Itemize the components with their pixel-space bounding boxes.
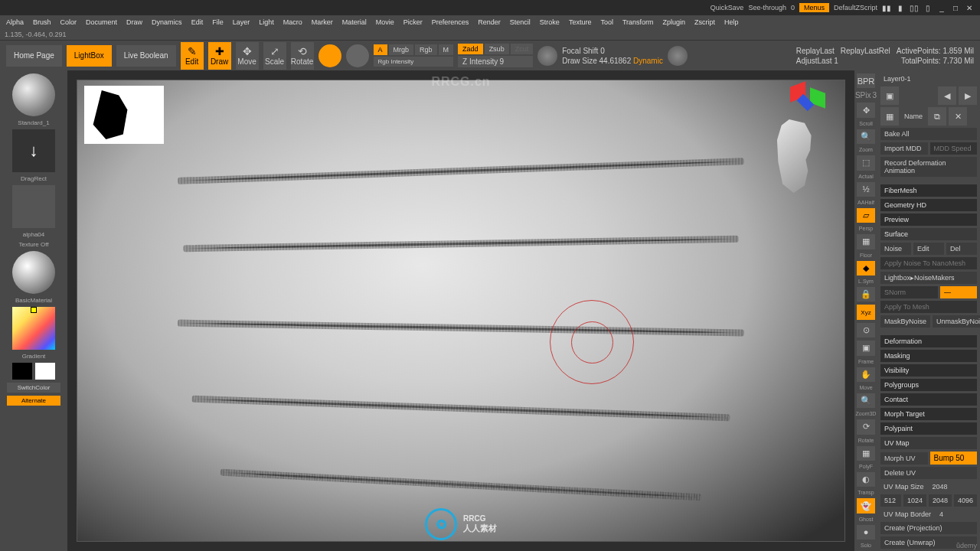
bpr-button[interactable]: BPR: [857, 73, 875, 88]
polypaint-header[interactable]: Polypaint: [880, 422, 977, 435]
menu-stroke[interactable]: Stroke: [537, 17, 563, 28]
uv-size-512[interactable]: 512: [880, 494, 901, 507]
scroll-button[interactable]: ✥: [857, 103, 875, 117]
uv-size-2048[interactable]: 2048: [929, 494, 952, 507]
deformation-header[interactable]: Deformation: [880, 335, 977, 347]
solo-button[interactable]: ●: [857, 525, 875, 540]
secondary-color-swatch[interactable]: [35, 363, 55, 380]
xyz-button[interactable]: Xyz: [857, 305, 875, 319]
lazy-mouse-icon[interactable]: [537, 46, 557, 66]
center-button[interactable]: ⊙: [857, 323, 875, 337]
noise-button[interactable]: Noise: [880, 243, 911, 255]
dynamic-brush-icon[interactable]: [668, 46, 688, 66]
texture-selector[interactable]: [12, 251, 55, 294]
zcut-button[interactable]: Zcut: [511, 44, 534, 54]
color-picker[interactable]: [12, 307, 55, 350]
gizmo-button[interactable]: [318, 44, 341, 67]
zoom3d-button[interactable]: 🔍: [857, 393, 875, 408]
lsym-button[interactable]: ◆: [857, 261, 875, 276]
reference-thumbnail[interactable]: [84, 86, 164, 144]
layer-icon1[interactable]: ▣: [880, 86, 899, 105]
menu-zscript[interactable]: Zscript: [691, 17, 718, 28]
record-deformation-button[interactable]: Record Deformation Animation: [880, 157, 977, 177]
menu-dynamics[interactable]: Dynamics: [149, 17, 185, 28]
uv-size-1024[interactable]: 1024: [903, 494, 926, 507]
layout3-icon[interactable]: ▯▯: [910, 3, 919, 12]
layer-icon3[interactable]: ▶: [959, 86, 977, 105]
live-boolean-button[interactable]: Live Boolean: [116, 45, 176, 67]
surface-header[interactable]: Surface: [880, 228, 977, 240]
masking-header[interactable]: Masking: [880, 350, 977, 362]
rgb-intensity-slider[interactable]: Rgb Intensity: [374, 57, 454, 67]
menu-help[interactable]: Help: [721, 17, 742, 28]
m-button[interactable]: M: [439, 44, 454, 55]
aahalf-button[interactable]: ½: [857, 182, 875, 197]
replay-last-button[interactable]: ReplayLast: [796, 47, 835, 55]
close-icon[interactable]: ✕: [965, 3, 974, 12]
layout4-icon[interactable]: ▯: [923, 3, 933, 12]
menu-movie[interactable]: Movie: [373, 17, 397, 28]
menu-picker[interactable]: Picker: [400, 17, 426, 28]
menus-button[interactable]: Menus: [799, 3, 829, 12]
alternate-button[interactable]: Alternate: [7, 396, 60, 406]
menu-transform[interactable]: Transform: [619, 17, 657, 28]
zadd-button[interactable]: Zadd: [458, 44, 483, 54]
replay-last-rel-button[interactable]: ReplayLastRel: [841, 47, 890, 55]
unmask-by-noise-button[interactable]: UnmaskByNoi: [933, 315, 980, 328]
polyf-button[interactable]: ▦: [857, 446, 875, 461]
actual-button[interactable]: ⬚: [857, 155, 875, 170]
stroke-selector[interactable]: ↓: [12, 129, 55, 172]
lock-button[interactable]: 🔒: [857, 287, 875, 302]
menu-zplugin[interactable]: Zplugin: [660, 17, 689, 28]
draw-mode-button[interactable]: ✚Draw: [208, 42, 231, 70]
menu-edit[interactable]: Edit: [188, 17, 207, 28]
menu-material[interactable]: Material: [339, 17, 370, 28]
rotate-mode-button[interactable]: ⟲Rotate: [291, 42, 314, 70]
layout1-icon[interactable]: ▮▮: [882, 3, 891, 12]
alpha-selector[interactable]: [12, 185, 55, 228]
delete-uv-button[interactable]: Delete UV: [880, 467, 977, 479]
mrgb-button[interactable]: Mrgb: [389, 44, 414, 55]
frame-button[interactable]: ▣: [857, 341, 875, 355]
floor-button[interactable]: ▦: [857, 234, 875, 249]
uv-map-header[interactable]: UV Map: [880, 437, 977, 449]
menu-layer[interactable]: Layer: [230, 17, 253, 28]
gradient-label[interactable]: Gradient: [22, 353, 46, 360]
apply-to-mesh-button[interactable]: Apply To Mesh: [880, 301, 977, 313]
preview-header[interactable]: Preview: [880, 214, 977, 226]
sculptris-button[interactable]: [346, 44, 369, 67]
main-color-swatch[interactable]: [12, 363, 32, 380]
uv-border-value[interactable]: 4: [936, 509, 946, 520]
draw-size-slider[interactable]: Draw Size 44.61862 Dynamic: [562, 57, 663, 65]
visibility-header[interactable]: Visibility: [880, 364, 977, 377]
zsub-button[interactable]: Zsub: [485, 44, 509, 54]
zoom-button[interactable]: 🔍: [857, 129, 875, 144]
layer-dup-icon[interactable]: ⧉: [928, 107, 946, 126]
mdd-speed-slider[interactable]: MDD Speed: [930, 142, 978, 155]
lightbox-button[interactable]: LightBox: [67, 45, 112, 67]
edit-mode-button[interactable]: ✎Edit: [181, 42, 204, 70]
home-page-button[interactable]: Home Page: [6, 45, 62, 67]
menu-macro[interactable]: Macro: [280, 17, 305, 28]
mask-by-noise-button[interactable]: MaskByNoise: [880, 315, 930, 328]
uv-map-size-value[interactable]: 2048: [929, 481, 951, 492]
layer-name[interactable]: Layer0-1: [880, 73, 977, 84]
layer-del-icon[interactable]: ✕: [949, 107, 967, 126]
polygroups-header[interactable]: Polygroups: [880, 379, 977, 391]
a-channel-button[interactable]: A: [374, 44, 387, 55]
z-intensity-slider[interactable]: Z Intensity 9: [458, 56, 533, 67]
uv-size-4096[interactable]: 4096: [954, 494, 977, 507]
move-mode-button[interactable]: ✥Move: [236, 42, 259, 70]
noise-del-button[interactable]: Del: [946, 243, 977, 255]
lightbox-noisemakers-button[interactable]: Lightbox▸NoiseMakers: [880, 272, 977, 284]
snorm-value[interactable]: —: [940, 286, 977, 298]
switch-color-button[interactable]: SwitchColor: [7, 383, 60, 393]
menu-file[interactable]: File: [209, 17, 227, 28]
bump-slider[interactable]: Bump 50: [930, 452, 978, 465]
menu-color[interactable]: Color: [57, 17, 80, 28]
axis-gizmo[interactable]: [790, 84, 825, 119]
morph-uv-button[interactable]: Morph UV: [880, 452, 928, 465]
import-mdd-button[interactable]: Import MDD: [880, 142, 928, 155]
menu-stencil[interactable]: Stencil: [507, 17, 534, 28]
minimize-icon[interactable]: _: [937, 3, 946, 12]
